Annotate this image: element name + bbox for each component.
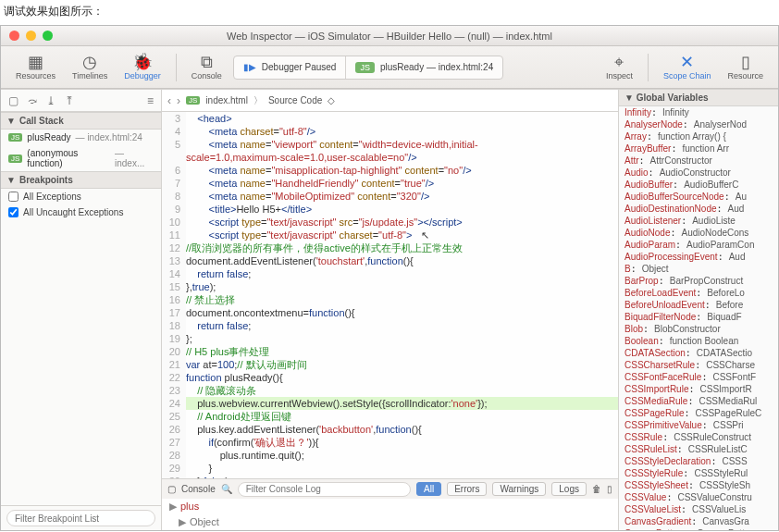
resources-tab[interactable]: ▦Resources [10,54,61,80]
global-row[interactable]: CSSValueList: CSSValueLis [619,503,778,515]
global-row[interactable]: B: Object [619,263,778,275]
global-row[interactable]: CanvasPattern: CanvasPatt [619,527,778,530]
global-row[interactable]: CSSPrimitiveValue: CSSPri [619,419,778,431]
resume-icon: ▢ [8,94,19,107]
console-row[interactable]: ▶plus [162,499,618,514]
global-row[interactable]: CSSStyleRule: CSSStyleRul [619,467,778,479]
console-icon: ▢ [167,484,176,494]
global-row[interactable]: AnalyserNode: AnalyserNod [619,118,778,130]
global-row[interactable]: CSSValue: CSSValueConstru [619,491,778,503]
global-row[interactable]: BarProp: BarPropConstruct [619,275,778,287]
disclosure-icon: ▼ [6,116,16,126]
breakpoint-all-exceptions[interactable]: All Exceptions [1,189,161,204]
global-row[interactable]: CSSCharsetRule: CSSCharse [619,359,778,371]
global-row[interactable]: Infinity: Infinity [619,106,778,118]
global-row[interactable]: AudioDestinationNode: Aud [619,203,778,215]
global-row[interactable]: CSSStyleSheet: CSSStyleSh [619,479,778,491]
step-out-icon: ⤒ [65,94,74,107]
stack-frame[interactable]: JS(anonymous function) — index... [1,145,161,171]
global-row[interactable]: ArrayBuffer: function Arr [619,142,778,155]
global-row[interactable]: CSSImportRule: CSSImportR [619,383,778,395]
resource-button[interactable]: ▯Resource [722,54,769,80]
global-row[interactable]: Blob: BlobConstructor [619,323,778,335]
breakpoints-header[interactable]: ▼Breakpoints [1,171,161,189]
nav-back[interactable]: ‹ [167,94,171,107]
editor-area: ‹ › JS index.html 〉 Source Code ◇ 3 <hea… [162,90,619,530]
debugger-status: ▮▶Debugger Paused JSplusReady — index.ht… [233,56,503,80]
bug-icon: 🐞 [132,54,153,70]
filter-breakpoints-input[interactable] [6,510,155,526]
scope-chain-button[interactable]: ✕Scope Chain [658,54,717,80]
global-row[interactable]: CSSMediaRule: CSSMediaRul [619,395,778,407]
callstack-header[interactable]: ▼Call Stack [1,112,161,130]
console-tab[interactable]: ⧉Console [186,54,228,80]
toolbar: ▦Resources ◷Timelines 🐞Debugger ⧉Console… [1,46,778,89]
global-row[interactable]: CSSRule: CSSRuleConstruct [619,431,778,443]
console-filter-input[interactable] [238,482,411,497]
global-row[interactable]: AudioBuffer: AudioBufferC [619,179,778,191]
global-row[interactable]: CSSRuleList: CSSRuleListC [619,443,778,455]
titlebar: Web Inspector — iOS Simulator — HBuilder… [1,26,778,46]
filter-all[interactable]: All [416,482,441,496]
breadcrumb: ‹ › JS index.html 〉 Source Code ◇ [162,90,618,112]
global-row[interactable]: BiquadFilterNode: BiquadF [619,311,778,323]
checkbox[interactable] [8,207,19,217]
nav-fwd[interactable]: › [177,94,180,107]
file-name[interactable]: index.html [205,95,248,105]
debugger-tab[interactable]: 🐞Debugger [118,54,167,80]
global-row[interactable]: CSSFontFaceRule: CSSFontF [619,371,778,383]
search-icon: 🔍 [221,484,232,494]
file-badge: JS [355,62,375,73]
stack-frame[interactable]: JSplusReady — index.html:24 [1,130,161,145]
debug-controls[interactable]: ▢⤼⤓⤒≡ [1,90,161,112]
chain-icon: ✕ [680,54,694,70]
code-editor[interactable]: 3 <head>4 <meta charset="utf-8"/>5 <meta… [162,112,618,478]
inspector-window: Web Inspector — iOS Simulator — HBuilder… [0,25,779,531]
pause-icon: ▮▶ [243,62,256,72]
sidebar-left: ▢⤼⤓⤒≡ ▼Call Stack JSplusReady — index.ht… [1,90,162,530]
folder-icon: ▦ [28,54,43,70]
global-row[interactable]: Attr: AttrConstructor [619,155,778,167]
global-row[interactable]: AudioNode: AudioNodeCons [619,227,778,239]
global-row[interactable]: Audio: AudioConstructor [619,167,778,179]
step-in-icon: ⤓ [46,94,56,107]
global-row[interactable]: CanvasGradient: CanvasGra [619,515,778,527]
checkbox[interactable] [8,192,19,202]
global-row[interactable]: AudioBufferSourceNode: Au [619,191,778,203]
filter-logs[interactable]: Logs [551,482,587,496]
global-row[interactable]: Array: function Array() { [619,130,778,142]
inspect-button[interactable]: ⌖Inspect [600,54,638,80]
console-icon: ⧉ [201,54,213,70]
step-over-icon: ⤼ [28,94,37,107]
global-row[interactable]: BeforeUnloadEvent: Before [619,299,778,311]
global-row[interactable]: BeforeLoadEvent: BeforeLo [619,287,778,299]
global-row[interactable]: AudioListener: AudioListe [619,215,778,227]
global-row[interactable]: AudioParam: AudioParamCon [619,239,778,251]
global-row[interactable]: CDATASection: CDATASectio [619,347,778,359]
filter-errors[interactable]: Errors [447,482,487,496]
doc-icon: ▯ [741,54,750,70]
layout-icon[interactable]: ▯ [607,484,612,494]
clock-icon: ◷ [82,54,97,70]
timelines-tab[interactable]: ◷Timelines [67,54,113,80]
section-arrows[interactable]: ◇ [328,95,335,105]
intro-text: 调试效果如图所示： [0,0,779,25]
console-toolbar: ▢ Console 🔍 All Errors Warnings Logs 🗑 ▯ [162,478,618,499]
window-title: Web Inspector — iOS Simulator — HBuilder… [1,31,778,42]
target-icon: ⌖ [614,54,624,70]
trash-icon[interactable]: 🗑 [592,484,601,494]
breakpoint-uncaught[interactable]: All Uncaught Exceptions [1,204,161,220]
file-badge: JS [186,96,200,105]
sidebar-right: ▼ Global Variables Infinity: InfinityAna… [619,90,778,530]
section-select[interactable]: Source Code [268,95,322,105]
global-row[interactable]: Boolean: function Boolean [619,335,778,347]
console-row[interactable]: ▶Object [162,514,618,530]
filter-warnings[interactable]: Warnings [492,482,546,496]
global-row[interactable]: CSSPageRule: CSSPageRuleC [619,407,778,419]
console-label: Console [181,484,216,494]
global-row[interactable]: CSSStyleDeclaration: CSSS [619,455,778,467]
disclosure-icon: ▼ [6,175,16,185]
global-row[interactable]: AudioProcessingEvent: Aud [619,251,778,263]
globals-header[interactable]: ▼ Global Variables [619,90,778,106]
disclosure-icon: ▼ [624,93,637,103]
